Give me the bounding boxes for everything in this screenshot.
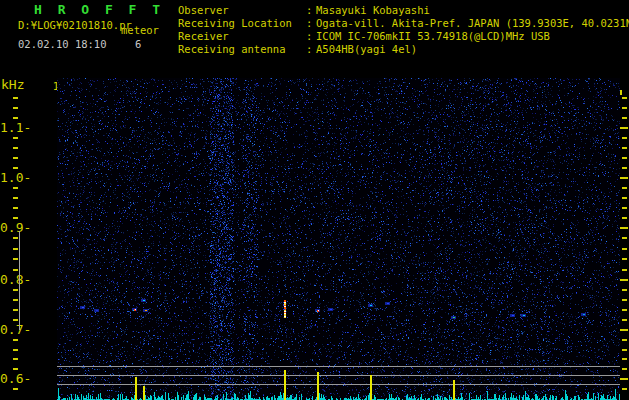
freq-minor-tick-left [13, 289, 18, 291]
freq-major-tick-right [620, 227, 628, 229]
freq-tick-label: 0.7- [0, 322, 31, 337]
freq-minor-tick-right [622, 388, 627, 390]
freq-minor-tick-left [13, 299, 18, 301]
freq-minor-tick-left [13, 147, 18, 149]
freq-minor-tick-right [622, 368, 627, 370]
freq-minor-tick-left [13, 237, 18, 239]
freq-minor-tick-left [13, 137, 18, 139]
freq-minor-tick-left [13, 97, 18, 99]
freq-minor-tick-left [13, 187, 18, 189]
freq-major-tick-right [620, 329, 628, 331]
freq-tick-label: 0.9- [0, 220, 31, 235]
freq-minor-tick-right [622, 187, 627, 189]
receiving-antenna-row: Receiving antenna:A504HB(yagi 4el) [178, 43, 629, 56]
receiving-antenna-value: A504HB(yagi 4el) [316, 43, 417, 56]
receiving-location-label: Receiving Location [178, 17, 306, 30]
receiving-location-value: Ogata-vill. Akita-Pref. JAPAN (139.9303E… [316, 17, 629, 30]
freq-minor-tick-right [622, 319, 627, 321]
freq-minor-tick-right [622, 349, 627, 351]
freq-minor-tick-left [13, 309, 18, 311]
freq-major-tick-right [620, 378, 628, 380]
freq-minor-tick-left [13, 197, 18, 199]
freq-major-tick-right [620, 127, 628, 129]
freq-tick-label: 1.0- [0, 170, 31, 185]
frequency-axis-unit-label: kHz [1, 77, 24, 92]
observer-value: Masayuki Kobayashi [316, 4, 430, 17]
freq-minor-tick-right [622, 248, 627, 250]
observer-row: Observer:Masayuki Kobayashi [178, 4, 629, 17]
spectrogram-canvas [57, 78, 620, 400]
freq-minor-tick-right [622, 339, 627, 341]
freq-minor-tick-right [622, 289, 627, 291]
freq-minor-tick-right [622, 358, 627, 360]
freq-minor-tick-right [622, 97, 627, 99]
freq-minor-tick-left [13, 167, 18, 169]
receiver-row: Receiver:ICOM IC-706mkII 53.74918(@LCD)M… [178, 30, 629, 43]
freq-minor-tick-right [622, 217, 627, 219]
freq-major-tick-right [620, 177, 628, 179]
receiver-value: ICOM IC-706mkII 53.74918(@LCD)MHz USB [316, 30, 550, 43]
freq-minor-tick-left [13, 319, 18, 321]
freq-minor-tick-right [622, 107, 627, 109]
freq-minor-tick-left [13, 258, 18, 260]
freq-minor-tick-left [13, 349, 18, 351]
freq-minor-tick-right [622, 137, 627, 139]
freq-minor-tick-left [13, 107, 18, 109]
freq-minor-tick-right [622, 237, 627, 239]
freq-major-tick-right [620, 279, 628, 281]
freq-minor-tick-right [622, 157, 627, 159]
freq-minor-tick-left [13, 388, 18, 390]
freq-minor-tick-left [13, 117, 18, 119]
observer-label: Observer [178, 4, 306, 17]
log-file-path: D:¥LOG¥02101810.pr [18, 19, 132, 31]
freq-minor-tick-right [622, 309, 627, 311]
meteor-echo-count: 6 [135, 38, 141, 50]
observation-datetime: 02.02.10 18:10 [18, 38, 107, 50]
time-tick [620, 90, 622, 95]
freq-minor-tick-left [13, 248, 18, 250]
freq-minor-tick-left [13, 269, 18, 271]
freq-minor-tick-right [622, 197, 627, 199]
freq-minor-tick-right [622, 258, 627, 260]
freq-minor-tick-left [13, 339, 18, 341]
freq-minor-tick-left [13, 217, 18, 219]
freq-minor-tick-left [13, 368, 18, 370]
freq-tick-label: 0.8- [0, 272, 31, 287]
freq-minor-tick-right [622, 299, 627, 301]
app-title: H R O F F T [34, 2, 164, 17]
freq-minor-tick-left [13, 207, 18, 209]
freq-tick-label: 1.1- [0, 120, 31, 135]
receiver-label: Receiver [178, 30, 306, 43]
freq-minor-tick-right [622, 147, 627, 149]
freq-minor-tick-left [13, 358, 18, 360]
receiving-antenna-label: Receiving antenna [178, 43, 306, 56]
freq-tick-label: 0.6- [0, 371, 31, 386]
hrofft-window: H R O F F T D:¥LOG¥02101810.pr meteor 02… [0, 0, 629, 400]
station-info-block: Observer:Masayuki Kobayashi Receiving Lo… [178, 4, 629, 56]
freq-minor-tick-right [622, 269, 627, 271]
meteor-mode-label: meteor [121, 24, 159, 36]
freq-minor-tick-right [622, 117, 627, 119]
freq-minor-tick-left [13, 157, 18, 159]
freq-minor-tick-right [622, 207, 627, 209]
echo-count-band-marker [19, 231, 20, 330]
freq-minor-tick-right [622, 167, 627, 169]
receiving-location-row: Receiving Location:Ogata-vill. Akita-Pre… [178, 17, 629, 30]
